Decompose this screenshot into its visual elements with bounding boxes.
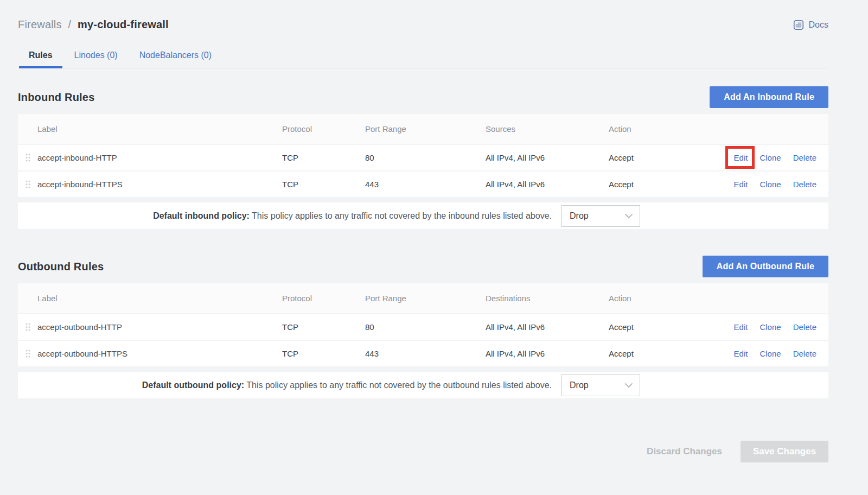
rule-label: accept-inbound-HTTP	[37, 153, 282, 162]
clone-rule-button[interactable]: Clone	[760, 349, 781, 358]
outbound-rules-title: Outbound Rules	[18, 261, 104, 273]
rule-action: Accept	[609, 153, 695, 162]
docs-link-label: Docs	[809, 20, 828, 30]
inbound-table-header: Label Protocol Port Range Sources Action	[18, 114, 828, 144]
tab-nodebalancers[interactable]: NodeBalancers (0)	[129, 44, 222, 68]
column-header-port-range: Port Range	[365, 124, 486, 134]
chevron-down-icon	[624, 380, 633, 390]
edit-rule-button[interactable]: Edit	[734, 349, 748, 358]
delete-rule-button[interactable]: Delete	[793, 180, 816, 189]
delete-rule-button[interactable]: Delete	[793, 322, 816, 332]
selected-policy-value: Drop	[570, 380, 589, 390]
default-inbound-policy-text: Default inbound policy: This policy appl…	[153, 211, 552, 221]
breadcrumb-separator: /	[68, 18, 71, 30]
add-outbound-rule-button[interactable]: Add An Outbound Rule	[703, 256, 828, 277]
table-row-accept-inbound-https: accept-inbound-HTTPS TCP 443 All IPv4, A…	[18, 170, 828, 197]
column-header-label: Label	[37, 294, 282, 303]
discard-changes-button[interactable]: Discard Changes	[647, 446, 722, 457]
outbound-rules-section: Outbound Rules Add An Outbound Rule Labe…	[18, 256, 828, 398]
column-header-action: Action	[609, 124, 695, 134]
rule-action: Accept	[609, 322, 695, 332]
rule-destinations: All IPv4, All IPv6	[486, 322, 609, 332]
inbound-rules-title: Inbound Rules	[18, 91, 94, 104]
column-header-port-range: Port Range	[365, 294, 486, 303]
tab-bar: Rules Linodes (0) NodeBalancers (0)	[18, 44, 828, 68]
column-header-action: Action	[609, 294, 695, 303]
rule-label: accept-outbound-HTTP	[37, 322, 282, 332]
tab-rules[interactable]: Rules	[18, 44, 63, 68]
firewall-detail-page: Firewalls / my-cloud-firewall Docs Rules…	[18, 0, 828, 462]
rule-protocol: TCP	[282, 180, 365, 189]
rule-protocol: TCP	[282, 322, 365, 332]
default-outbound-policy-row: Default outbound policy: This policy app…	[18, 372, 828, 398]
active-tab-underline	[19, 66, 62, 68]
drag-handle[interactable]	[18, 154, 37, 162]
tab-linodes[interactable]: Linodes (0)	[63, 44, 129, 68]
clone-rule-button[interactable]: Clone	[760, 153, 781, 162]
default-outbound-policy-text: Default outbound policy: This policy app…	[142, 380, 552, 390]
selected-policy-value: Drop	[570, 211, 589, 221]
edit-rule-button[interactable]: Edit	[734, 180, 748, 189]
drag-handle[interactable]	[18, 180, 37, 188]
topbar: Firewalls / my-cloud-firewall Docs	[18, 0, 828, 33]
default-inbound-policy-row: Default inbound policy: This policy appl…	[18, 202, 828, 229]
rule-sources: All IPv4, All IPv6	[486, 153, 609, 162]
column-header-protocol: Protocol	[282, 124, 365, 134]
add-inbound-rule-button[interactable]: Add An Inbound Rule	[710, 86, 828, 108]
save-changes-button[interactable]: Save Changes	[741, 441, 828, 462]
rule-protocol: TCP	[282, 153, 365, 162]
drag-handle-icon	[25, 180, 30, 188]
delete-rule-button[interactable]: Delete	[793, 349, 816, 358]
drag-handle[interactable]	[18, 323, 37, 331]
rule-port-range: 80	[365, 322, 486, 332]
rule-port-range: 80	[365, 153, 486, 162]
rule-protocol: TCP	[282, 349, 365, 358]
edit-rule-button[interactable]: Edit	[734, 322, 748, 332]
rule-port-range: 443	[365, 180, 486, 189]
drag-handle-icon	[25, 350, 30, 358]
column-header-sources: Sources	[486, 124, 609, 134]
rule-port-range: 443	[365, 349, 486, 358]
drag-handle[interactable]	[18, 350, 37, 358]
table-row-accept-outbound-https: accept-outbound-HTTPS TCP 443 All IPv4, …	[18, 340, 828, 366]
default-inbound-policy-select[interactable]: Drop	[561, 205, 640, 227]
column-header-protocol: Protocol	[282, 294, 365, 303]
edit-rule-button[interactable]: Edit	[734, 153, 748, 162]
drag-handle-icon	[25, 323, 30, 331]
footer-actions: Discard Changes Save Changes	[18, 441, 828, 462]
rule-sources: All IPv4, All IPv6	[486, 180, 609, 189]
docs-link[interactable]: Docs	[793, 19, 828, 31]
rule-label: accept-inbound-HTTPS	[37, 180, 282, 189]
rule-destinations: All IPv4, All IPv6	[486, 349, 609, 358]
delete-rule-button[interactable]: Delete	[793, 153, 816, 162]
inbound-rules-table: Label Protocol Port Range Sources Action	[18, 114, 828, 197]
document-icon	[793, 19, 805, 31]
rule-label: accept-outbound-HTTPS	[37, 349, 282, 358]
rule-action: Accept	[609, 349, 695, 358]
page-title: my-cloud-firewall	[78, 18, 169, 30]
outbound-rules-table: Label Protocol Port Range Destinations A…	[18, 283, 828, 366]
default-outbound-policy-select[interactable]: Drop	[561, 375, 640, 396]
table-row-accept-outbound-http: accept-outbound-HTTP TCP 80 All IPv4, Al…	[18, 313, 828, 340]
breadcrumb-firewalls-link[interactable]: Firewalls	[18, 18, 62, 30]
clone-rule-button[interactable]: Clone	[760, 180, 781, 189]
column-header-destinations: Destinations	[486, 294, 609, 303]
rule-action: Accept	[609, 180, 695, 189]
column-header-label: Label	[37, 124, 282, 134]
inbound-rules-section: Inbound Rules Add An Inbound Rule Label …	[18, 86, 828, 229]
chevron-down-icon	[624, 211, 633, 221]
drag-handle-icon	[25, 154, 30, 162]
clone-rule-button[interactable]: Clone	[760, 322, 781, 332]
outbound-table-header: Label Protocol Port Range Destinations A…	[18, 283, 828, 313]
table-row-accept-inbound-http: accept-inbound-HTTP TCP 80 All IPv4, All…	[18, 144, 828, 170]
breadcrumb: Firewalls / my-cloud-firewall	[18, 18, 169, 31]
